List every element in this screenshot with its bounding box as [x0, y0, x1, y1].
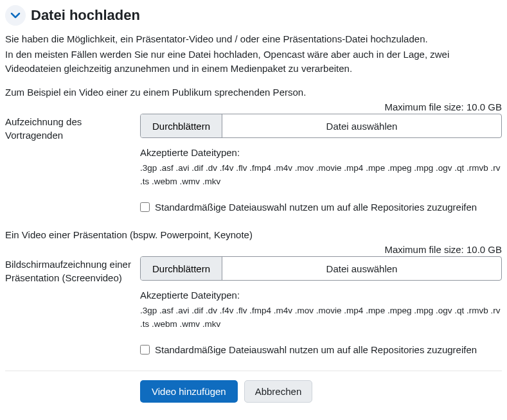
presenter-browse-button[interactable]: Durchblättern [141, 114, 222, 137]
add-video-button[interactable]: Video hinzufügen [140, 380, 238, 403]
presenter-example-text: Zum Beispiel ein Video einer zu einem Pu… [5, 87, 502, 98]
intro-line-1: Sie haben die Möglichkeit, ein Präsentat… [5, 32, 502, 46]
presenter-accepted-types: .3gp .asf .avi .dif .dv .f4v .flv .fmp4 … [140, 162, 502, 188]
presentation-accepted-types: .3gp .asf .avi .dif .dv .f4v .flv .fmp4 … [140, 304, 502, 330]
chevron-down-icon [10, 10, 21, 21]
intro-line-2: In den meisten Fällen werden Sie nur ein… [5, 48, 502, 76]
presenter-repo-checkbox-label: Standardmäßige Dateiauswahl nutzen um au… [155, 202, 477, 213]
presenter-file-display[interactable]: Datei auswählen [222, 114, 501, 137]
presenter-field-label: Aufzeichnung des Vortragenden [5, 101, 140, 142]
section-title: Datei hochladen [31, 7, 140, 24]
presentation-file-picker: Durchblättern Datei auswählen [140, 256, 502, 281]
presentation-file-display[interactable]: Datei auswählen [222, 257, 501, 280]
collapse-toggle[interactable] [5, 5, 26, 26]
presentation-repo-checkbox[interactable] [140, 345, 150, 354]
presentation-max-size: Maximum file size: 10.0 GB [140, 244, 502, 255]
divider [5, 371, 502, 371]
cancel-button[interactable]: Abbrechen [244, 380, 313, 403]
presentation-repo-checkbox-label: Standardmäßige Dateiauswahl nutzen um au… [155, 344, 477, 355]
presentation-field-label: Bildschirmaufzeichnung einer Präsentatio… [5, 244, 140, 284]
presenter-max-size: Maximum file size: 10.0 GB [140, 101, 502, 112]
presenter-accepted-label: Akzeptierte Dateitypen: [140, 147, 502, 158]
presentation-browse-button[interactable]: Durchblättern [141, 257, 222, 280]
presenter-repo-checkbox[interactable] [140, 202, 150, 212]
presentation-accepted-label: Akzeptierte Dateitypen: [140, 290, 502, 301]
presentation-heading: Ein Video einer Präsentation (bspw. Powe… [5, 229, 502, 240]
presenter-file-picker: Durchblättern Datei auswählen [140, 114, 502, 138]
